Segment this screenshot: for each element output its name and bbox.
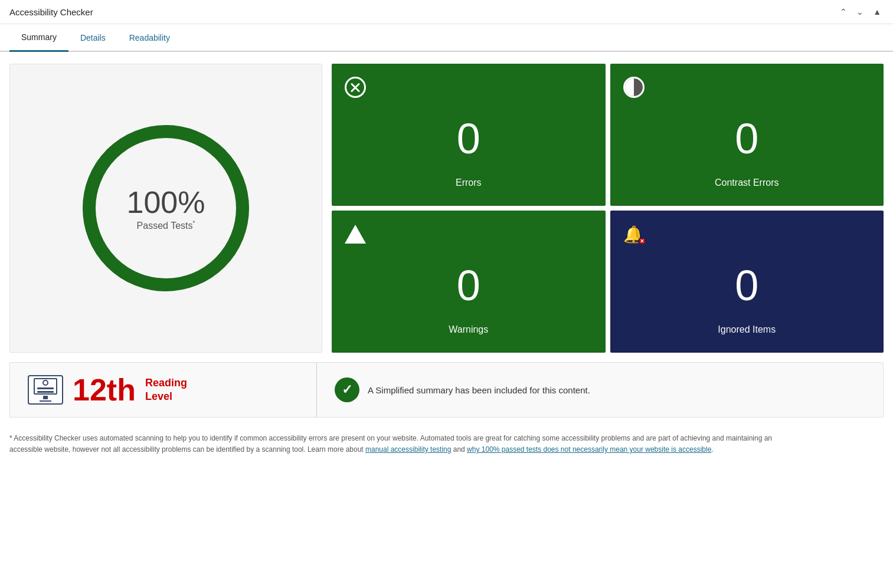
footer-text-between: and bbox=[451, 445, 467, 454]
bell-slash-icon: 🔔 ✕ bbox=[623, 225, 644, 244]
card-ignored-items[interactable]: 🔔 ✕ 0 Ignored Items bbox=[610, 211, 884, 353]
donut-container: 100% Passed Tests* bbox=[71, 114, 260, 303]
reading-icon-line1 bbox=[37, 387, 54, 389]
footer-text-after: . bbox=[711, 445, 713, 454]
reading-icon bbox=[28, 375, 63, 405]
reading-level-sublabel: Reading Level bbox=[145, 376, 187, 404]
nav-down-icon[interactable]: ⌄ bbox=[854, 6, 866, 18]
main-content: 100% Passed Tests* 0 Errors bbox=[0, 52, 893, 473]
simplified-section: ✓ A Simplified summary has been included… bbox=[317, 363, 883, 417]
footer-link-100-percent[interactable]: why 100% passed tests does not necessari… bbox=[467, 445, 711, 454]
footer-link-manual-testing[interactable]: manual accessibility testing bbox=[365, 445, 451, 454]
reading-icon-face bbox=[42, 380, 48, 386]
warnings-label: Warnings bbox=[344, 324, 594, 341]
warnings-icon: ! bbox=[344, 222, 367, 246]
contrast-half-icon bbox=[623, 77, 645, 98]
reading-icon-line2 bbox=[37, 391, 54, 393]
errors-label: Errors bbox=[344, 178, 594, 194]
errors-icon bbox=[344, 75, 367, 99]
header-bar: Accessibility Checker ⌃ ⌄ ▲ bbox=[0, 0, 893, 24]
reading-level-value: 12th bbox=[73, 375, 136, 405]
nav-expand-icon[interactable]: ▲ bbox=[871, 6, 884, 18]
contrast-errors-count: 0 bbox=[622, 99, 872, 178]
errors-count: 0 bbox=[344, 99, 594, 178]
contrast-icon bbox=[622, 75, 646, 99]
contrast-errors-label: Contrast Errors bbox=[622, 178, 872, 194]
top-section: 100% Passed Tests* 0 Errors bbox=[9, 64, 884, 353]
donut-percent: 100% bbox=[127, 185, 205, 220]
cards-grid: 0 Errors 0 Contrast Errors ! bbox=[332, 64, 884, 353]
reading-icon-screen bbox=[34, 378, 57, 395]
checkmark: ✓ bbox=[342, 382, 352, 398]
donut-center: 100% Passed Tests* bbox=[127, 185, 205, 231]
reading-icon-content bbox=[34, 378, 57, 402]
reading-icon-stand bbox=[43, 396, 48, 399]
tabs-row: Summary Details Readability bbox=[0, 24, 893, 52]
tab-readability[interactable]: Readability bbox=[117, 24, 182, 51]
card-contrast-errors[interactable]: 0 Contrast Errors bbox=[610, 64, 884, 206]
reading-level-word2: Level bbox=[145, 390, 187, 403]
card-errors[interactable]: 0 Errors bbox=[332, 64, 606, 206]
reading-level-section: 12th Reading Level bbox=[10, 363, 317, 417]
nav-up-icon[interactable]: ⌃ bbox=[838, 6, 849, 18]
donut-label: Passed Tests* bbox=[127, 220, 205, 231]
contrast-half-light bbox=[625, 78, 634, 96]
slash-badge: ✕ bbox=[638, 237, 646, 245]
check-circle-icon: ✓ bbox=[335, 377, 359, 402]
reading-level-word1: Reading bbox=[145, 376, 187, 390]
bottom-bar: 12th Reading Level ✓ A Simplified summar… bbox=[9, 362, 884, 418]
warning-triangle bbox=[345, 225, 366, 244]
tab-details[interactable]: Details bbox=[68, 24, 117, 51]
app-title: Accessibility Checker bbox=[9, 7, 93, 17]
warning-triangle-icon: ! bbox=[345, 225, 366, 244]
warnings-count: 0 bbox=[344, 246, 594, 324]
ignored-count: 0 bbox=[622, 246, 872, 324]
tab-summary[interactable]: Summary bbox=[9, 24, 68, 52]
donut-panel: 100% Passed Tests* bbox=[9, 64, 322, 353]
warning-exclaim: ! bbox=[342, 229, 345, 240]
footer-note: * Accessibility Checker uses automated s… bbox=[9, 427, 777, 461]
simplified-text: A Simplified summary has been included f… bbox=[368, 385, 590, 395]
card-warnings[interactable]: ! 0 Warnings bbox=[332, 211, 606, 353]
x-circle-icon bbox=[345, 77, 366, 98]
ignored-icon: 🔔 ✕ bbox=[622, 222, 646, 246]
header-nav-icons: ⌃ ⌄ ▲ bbox=[838, 6, 884, 18]
ignored-label: Ignored Items bbox=[622, 324, 872, 341]
reading-icon-base bbox=[40, 400, 51, 402]
